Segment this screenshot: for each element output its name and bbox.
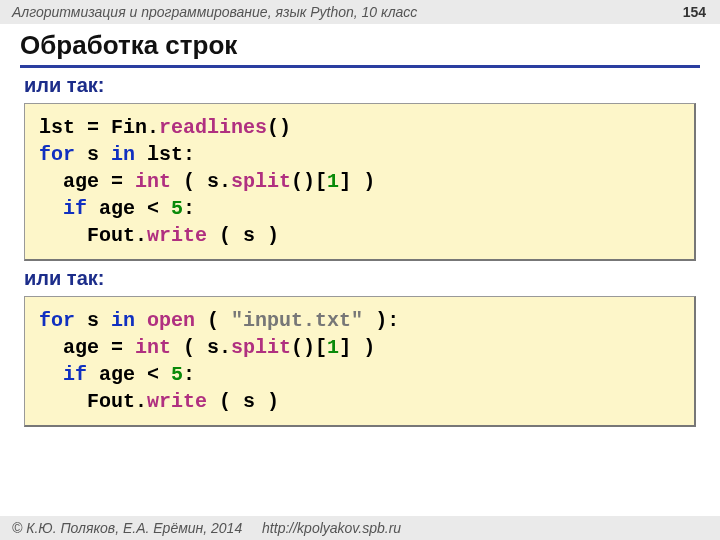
code-indent xyxy=(39,224,87,247)
code-block-2: for s in open ( "input.txt" ): age = int… xyxy=(24,296,696,427)
code-indent xyxy=(39,363,63,386)
code-text: lst xyxy=(39,116,75,139)
code-string: "input.txt" xyxy=(231,309,363,332)
code-text: Fout xyxy=(87,390,135,413)
code-number: 1 xyxy=(327,170,339,193)
code-text: ): xyxy=(363,309,399,332)
page-number: 154 xyxy=(683,4,706,20)
code-number: 5 xyxy=(171,197,183,220)
code-text: age < xyxy=(87,197,171,220)
code-text: ( s. xyxy=(171,336,231,359)
code-func: split xyxy=(231,336,291,359)
code-func: split xyxy=(231,170,291,193)
code-text: ] ) xyxy=(339,170,375,193)
code-text: . xyxy=(135,224,147,247)
code-text: () xyxy=(267,116,291,139)
code-text: = xyxy=(99,170,135,193)
code-text: Fin xyxy=(111,116,147,139)
code-text: lst: xyxy=(135,143,195,166)
code-text: age < xyxy=(87,363,171,386)
code-func: open xyxy=(147,309,195,332)
code-keyword: if xyxy=(63,363,87,386)
code-indent xyxy=(39,336,63,359)
code-text: ] ) xyxy=(339,336,375,359)
code-text: ()[ xyxy=(291,170,327,193)
copyright: © К.Ю. Поляков, Е.А. Ерёмин, 2014 xyxy=(12,520,242,536)
code-keyword: in xyxy=(111,143,135,166)
code-text: s xyxy=(75,309,111,332)
code-keyword: in xyxy=(111,309,135,332)
code-text: = xyxy=(99,336,135,359)
code-text: . xyxy=(135,390,147,413)
code-text: : xyxy=(183,197,195,220)
code-keyword: for xyxy=(39,309,75,332)
code-text xyxy=(135,309,147,332)
code-number: 5 xyxy=(171,363,183,386)
footer-url: http://kpolyakov.spb.ru xyxy=(262,520,401,536)
code-text: ()[ xyxy=(291,336,327,359)
code-func: int xyxy=(135,170,171,193)
code-text: ( s ) xyxy=(207,224,279,247)
code-text: ( xyxy=(195,309,231,332)
code-func: readlines xyxy=(159,116,267,139)
code-indent xyxy=(39,170,63,193)
code-text: age xyxy=(63,336,99,359)
subtitle-2: или так: xyxy=(24,267,696,290)
code-text: age xyxy=(63,170,99,193)
code-text: ( s. xyxy=(171,170,231,193)
code-func: write xyxy=(147,224,207,247)
code-func: write xyxy=(147,390,207,413)
code-text: Fout xyxy=(87,224,135,247)
code-keyword: if xyxy=(63,197,87,220)
code-keyword: for xyxy=(39,143,75,166)
subtitle-1: или так: xyxy=(24,74,696,97)
code-func: int xyxy=(135,336,171,359)
page-title: Обработка строк xyxy=(20,30,700,68)
code-text: = xyxy=(75,116,111,139)
code-block-1: lst = Fin.readlines() for s in lst: age … xyxy=(24,103,696,261)
footer: © К.Ю. Поляков, Е.А. Ерёмин, 2014 http:/… xyxy=(0,516,720,540)
code-indent xyxy=(39,390,87,413)
code-indent xyxy=(39,197,63,220)
code-text: : xyxy=(183,363,195,386)
code-text: s xyxy=(75,143,111,166)
course-header: Алгоритмизация и программирование, язык … xyxy=(0,0,720,24)
code-text: . xyxy=(147,116,159,139)
code-number: 1 xyxy=(327,336,339,359)
code-text: ( s ) xyxy=(207,390,279,413)
